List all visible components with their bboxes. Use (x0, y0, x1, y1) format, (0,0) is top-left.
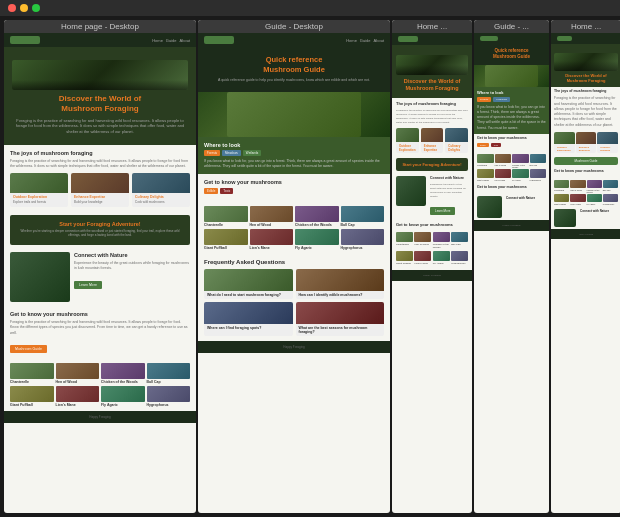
traffic-light-yellow[interactable] (20, 4, 28, 12)
connect-text: Experience the beauty of the great outdo… (74, 261, 190, 272)
panel-content-3[interactable]: Discover the World of Mushroom Foraging … (392, 33, 472, 513)
panel-label-5: Home ... (551, 20, 620, 33)
faq-section: Frequently Asked Questions What do I nee… (198, 254, 390, 341)
sh-card-3: Culinary Delights (445, 128, 468, 153)
guide-mushroom-grid: Chanterelle Hen of Wood Chicken of the W… (198, 202, 390, 254)
panels-container: Home page - Desktop Home Guide About Dis… (0, 16, 620, 517)
traffic-light-green[interactable] (32, 4, 40, 12)
footer-text: Happy Foraging (10, 415, 190, 419)
guide-btn[interactable]: Mushroom Guide (10, 345, 47, 353)
faq-1: What do I need to start mushroom foragin… (204, 269, 293, 299)
card-img-1 (10, 173, 68, 193)
panel-content-1[interactable]: Home Guide About Discover the World of M… (4, 33, 196, 513)
guide-hero-desc: A quick reference guide to help you iden… (206, 78, 382, 82)
sh-hero-title: Discover the World of Mushroom Foraging (396, 78, 468, 92)
panel-label-4: Guide - ... (474, 20, 549, 33)
guide-know-title: Get to know your mushrooms (204, 179, 384, 185)
sh-connect: Connect with Nature Experience the beaut… (392, 173, 472, 219)
guide-footer: Happy Foraging (198, 341, 390, 353)
sh-cta: Start your Foraging Adventure! (396, 158, 468, 171)
sh-know: Get to know your mushrooms Chanterelle H… (392, 219, 472, 270)
connect-img (10, 252, 70, 302)
know-section: Get to know your mushrooms Foraging is t… (4, 306, 196, 359)
traffic-light-red[interactable] (8, 4, 16, 12)
g-mushroom-6: Lion's Mane (250, 229, 294, 250)
guide-logo (204, 36, 234, 44)
g-mushroom-4: Bull Cap (341, 206, 385, 227)
guide-hero-title: Quick reference Mushroom Guide (206, 55, 382, 75)
guide-know-section: Get to know your mushrooms Edible Toxic (198, 174, 390, 202)
mushroom-1: Chanterelle (10, 363, 54, 384)
cta-banner: Start your Foraging Adventure! Whether y… (10, 215, 190, 245)
sh-joys-title: The joys of mushroom foraging (396, 101, 468, 106)
sg-footer: Happy Foraging (474, 220, 549, 231)
cta-title: Start your Foraging Adventure! (18, 221, 182, 227)
sg-where: Where to look Forests Meadows If you kno… (474, 87, 549, 134)
sh-card-1: Outdoor Exploration (396, 128, 419, 153)
sh-card-2: Enhance Expertise (421, 128, 444, 153)
learn-more-btn[interactable]: Learn More (74, 281, 102, 289)
sxs-hero: Discover the World of Mushroom Foraging (551, 44, 620, 87)
where-to-look: Where to look Forests Meadows Wetlands I… (198, 137, 390, 175)
panel-content-4[interactable]: Quick reference Mushroom Guide Where to … (474, 33, 549, 513)
guide-site-header: Home Guide About (198, 33, 390, 47)
card-title-1: Outdoor Exploration (10, 193, 68, 200)
sh-joys: The joys of mushroom foraging Foraging i… (392, 98, 472, 156)
tag-toxic: Toxic (220, 188, 233, 194)
cards-row: Outdoor Exploration Explore trails and f… (10, 173, 190, 207)
mushroom-4: Bull Cap (147, 363, 191, 384)
sxs-footer: Happy Foraging (551, 229, 620, 239)
panel-content-2[interactable]: Home Guide About Quick reference Mushroo… (198, 33, 390, 513)
g-mushroom-3: Chicken of the Woods (295, 206, 339, 227)
panel-label-3: Home ... (392, 20, 472, 33)
where-title: Where to look (204, 142, 384, 148)
cta-desc: Whether you're starting a deeper connect… (18, 229, 182, 237)
sg-know: Get to know your mushrooms Edible Toxic (474, 134, 549, 152)
g-mushroom-1: Chanterelle (204, 206, 248, 227)
hero-desc: Foraging is the practice of searching fo… (12, 118, 188, 135)
panel-guide-desktop: Guide - Desktop Home Guide About Quick r… (198, 20, 390, 513)
sg-mushroom-grid: Chanterelle Hen of Wood Chicken of the W… (474, 152, 549, 183)
joys-title: The joys of mushroom foraging (10, 150, 190, 156)
know-text: Foraging is the practice of searching fo… (10, 320, 190, 336)
tag-row-2: Edible Toxic (204, 188, 384, 194)
tag-forest: Forests (204, 150, 220, 156)
sg-img (474, 65, 549, 87)
card-title-2: Enhance Expertise (71, 193, 129, 200)
hero-img (12, 60, 188, 90)
site-header: Home Guide About (4, 33, 196, 47)
card-text-2: Build your knowledge (71, 200, 129, 207)
g-mushroom-8: Hygrophorus (341, 229, 385, 250)
footer: Happy Foraging (4, 411, 196, 423)
joys-section: The joys of mushroom foraging Foraging i… (4, 145, 196, 213)
sg-know-2: Get to know your mushrooms (474, 183, 549, 194)
guide-footer-text: Happy Foraging (204, 345, 384, 349)
sxs-cards: Outdoor Exploration Enhance Expertise Cu… (554, 132, 618, 153)
sh-learn-btn[interactable]: Learn More (430, 207, 455, 215)
know-title: Get to know your mushrooms (10, 311, 190, 317)
g-mushroom-2: Hen of Wood (250, 206, 294, 227)
sxs-section: The joys of mushroom foraging Foraging i… (551, 87, 620, 155)
card-1: Outdoor Exploration Explore trails and f… (10, 173, 68, 207)
panel-content-5[interactable]: Discover the World of Mushroom Foraging … (551, 33, 620, 513)
card-text-3: Cook wild mushrooms (132, 200, 190, 207)
card-title-3: Culinary Delights (132, 193, 190, 200)
panel-home-xxsmall: Home ... Discover the World of Mushroom … (551, 20, 620, 513)
panel-home-small: Home ... Discover the World of Mushroom … (392, 20, 472, 513)
tag-edible: Edible (204, 188, 218, 194)
mushroom-6: Lion's Mane (56, 386, 100, 407)
faq-2: How can I identify edible mushrooms? (296, 269, 385, 299)
connect-text-block: Connect with Nature Experience the beaut… (74, 252, 190, 290)
guide-main-img (198, 92, 390, 137)
where-text: If you know what to look for, you can go… (204, 159, 384, 170)
mushroom-3: Chicken of the Woods (101, 363, 145, 384)
mushroom-5: Giant Puffball (10, 386, 54, 407)
sh-logo (398, 36, 418, 42)
sxs-mushroom-grid: Chanterelle Hen of Wood Chicken of the W… (551, 178, 620, 207)
card-img-2 (71, 173, 129, 193)
sh-hero-img (396, 55, 468, 75)
connect-title: Connect with Nature (74, 252, 190, 258)
card-3: Culinary Delights Cook wild mushrooms (132, 173, 190, 207)
card-2: Enhance Expertise Build your knowledge (71, 173, 129, 207)
nav: Home Guide About (152, 38, 190, 43)
